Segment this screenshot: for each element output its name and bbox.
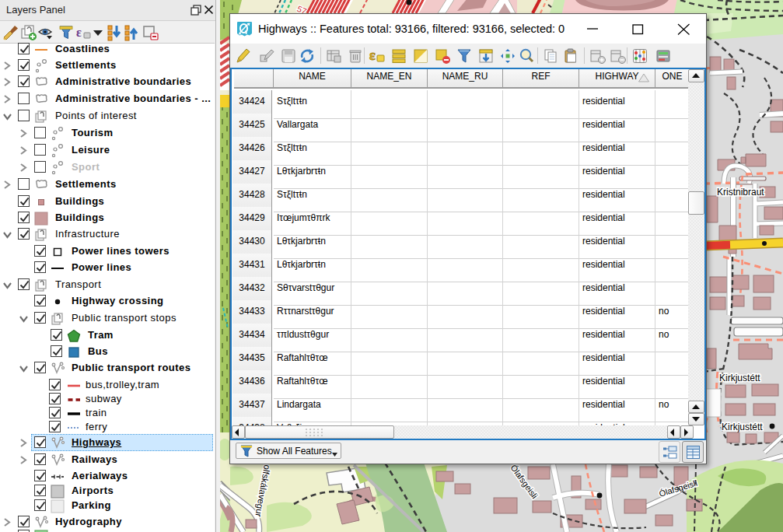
svg-text:Kirkjustétt: Kirkjustétt [722, 422, 763, 432]
svg-text:Kirkjustétt: Kirkjustétt [719, 373, 760, 383]
svg-text:ε: ε [369, 47, 376, 63]
svg-text:ε: ε [76, 26, 82, 39]
svg-text:Kristnibraut: Kristnibraut [717, 187, 764, 198]
